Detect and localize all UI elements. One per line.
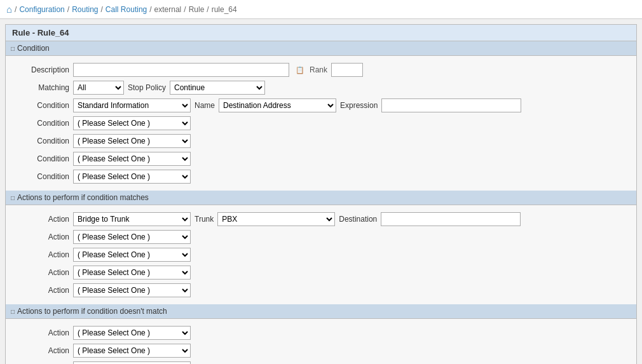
- panel-title: Rule - Rule_64: [6, 25, 636, 41]
- action-select-3[interactable]: ( Please Select One ): [73, 248, 191, 262]
- condition-extra-row-1: Condition ( Please Select One ): [6, 114, 636, 132]
- matching-label: Matching: [12, 83, 69, 92]
- action-label-1: Action: [12, 215, 69, 224]
- rank-icon: 📋: [296, 66, 304, 74]
- action-extra-row-2: Action ( Please Select One ): [6, 246, 636, 264]
- nomatch-action-label-1: Action: [12, 328, 69, 337]
- condition-label-3: Condition: [12, 137, 69, 145]
- condition-label-4: Condition: [12, 154, 69, 163]
- rank-input[interactable]: 10: [331, 63, 363, 77]
- nomatch-action-select-3[interactable]: ( Please Select One ): [73, 361, 191, 364]
- rank-label: Rank: [310, 65, 327, 74]
- matching-row: Matching All Any Stop Policy Continue St…: [6, 79, 636, 97]
- home-icon[interactable]: ⌂: [6, 4, 12, 15]
- condition-section-body: Description 📋 Rank 10 Matching All Any S…: [6, 56, 636, 191]
- condition-select-1[interactable]: Standard Information: [73, 98, 191, 112]
- condition-select-4[interactable]: ( Please Select One ): [73, 152, 191, 166]
- nomatch-action-select-1[interactable]: ( Please Select One ): [73, 326, 191, 340]
- nomatch-action-row-1: Action ( Please Select One ): [6, 324, 636, 342]
- condition-select-3[interactable]: ( Please Select One ): [73, 134, 191, 148]
- trunk-label: Trunk: [195, 215, 214, 224]
- action-label-5: Action: [12, 286, 69, 295]
- matching-select[interactable]: All Any: [73, 81, 124, 95]
- condition-label-5: Condition: [12, 172, 69, 181]
- breadcrumb: ⌂ / Configuration / Routing / Call Routi…: [0, 0, 642, 19]
- actions-nomatch-section-body: Action ( Please Select One ) Action ( Pl…: [6, 319, 636, 364]
- expression-input[interactable]: (.+): [381, 98, 521, 112]
- description-input[interactable]: [73, 63, 289, 77]
- description-label: Description: [12, 65, 69, 74]
- action-select-2[interactable]: ( Please Select One ): [73, 230, 191, 244]
- action-extra-row-4: Action ( Please Select One ): [6, 281, 636, 299]
- stop-policy-select[interactable]: Continue Stop: [170, 81, 265, 95]
- condition-extra-row-2: Condition ( Please Select One ): [6, 132, 636, 150]
- condition-select-2[interactable]: ( Please Select One ): [73, 116, 191, 130]
- expression-label: Expression: [340, 101, 378, 110]
- condition-extra-row-3: Condition ( Please Select One ): [6, 150, 636, 168]
- action-label-2: Action: [12, 233, 69, 241]
- actions-match-section-body: Action Bridge to Trunk Trunk PBX Destina…: [6, 205, 636, 304]
- action-main-row: Action Bridge to Trunk Trunk PBX Destina…: [6, 210, 636, 228]
- breadcrumb-rule: Rule: [189, 5, 205, 14]
- action-label-4: Action: [12, 268, 69, 277]
- collapse-icon-condition: □: [11, 45, 15, 52]
- collapse-icon-actions-nomatch: □: [11, 308, 15, 315]
- collapse-icon-actions-match: □: [11, 194, 15, 201]
- action-extra-row-3: Action ( Please Select One ): [6, 264, 636, 281]
- action-select-5[interactable]: ( Please Select One ): [73, 283, 191, 297]
- action-select-4[interactable]: ( Please Select One ): [73, 266, 191, 280]
- condition-section-header[interactable]: □ Condition: [6, 41, 636, 56]
- action-select-1[interactable]: Bridge to Trunk: [73, 212, 191, 226]
- actions-match-section-header[interactable]: □ Actions to perform if condition matche…: [6, 191, 636, 205]
- breadcrumb-external: external: [154, 5, 182, 14]
- actions-nomatch-label: Actions to perform if condition doesn't …: [17, 307, 167, 316]
- breadcrumb-call-routing[interactable]: Call Routing: [106, 5, 147, 14]
- action-label-3: Action: [12, 250, 69, 259]
- condition-label-1: Condition: [12, 101, 69, 110]
- condition-extra-row-4: Condition ( Please Select One ): [6, 168, 636, 185]
- stop-policy-label: Stop Policy: [128, 83, 166, 92]
- main-panel: Rule - Rule_64 □ Condition Description 📋…: [5, 24, 637, 364]
- actions-nomatch-section-header[interactable]: □ Actions to perform if condition doesn'…: [6, 304, 636, 319]
- nomatch-action-select-2[interactable]: ( Please Select One ): [73, 344, 191, 358]
- condition-section-label: Condition: [17, 44, 50, 53]
- actions-match-label: Actions to perform if condition matches: [17, 193, 149, 202]
- destination-label: Destination: [339, 215, 377, 224]
- nomatch-action-row-2: Action ( Please Select One ): [6, 342, 636, 360]
- condition-select-5[interactable]: ( Please Select One ): [73, 170, 191, 184]
- trunk-select[interactable]: PBX: [217, 212, 335, 226]
- breadcrumb-configuration[interactable]: Configuration: [19, 5, 64, 14]
- breadcrumb-rule64: rule_64: [212, 5, 237, 14]
- nomatch-action-row-3: Action ( Please Select One ): [6, 360, 636, 364]
- name-select[interactable]: Destination Address: [219, 98, 336, 112]
- condition-label-2: Condition: [12, 119, 69, 128]
- description-row: Description 📋 Rank 10: [6, 61, 636, 79]
- destination-input[interactable]: $1: [381, 212, 521, 226]
- condition-main-row: Condition Standard Information Name Dest…: [6, 97, 636, 114]
- nomatch-action-label-2: Action: [12, 346, 69, 355]
- action-extra-row-1: Action ( Please Select One ): [6, 228, 636, 246]
- breadcrumb-routing[interactable]: Routing: [72, 5, 98, 14]
- name-label: Name: [195, 101, 215, 110]
